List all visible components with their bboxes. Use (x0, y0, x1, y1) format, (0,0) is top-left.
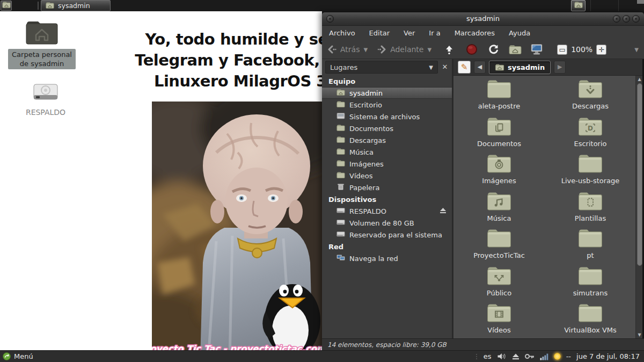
folder-item-virtualbox-vms[interactable]: VirtualBox VMs (545, 302, 636, 338)
close-button[interactable] (632, 15, 640, 23)
key-icon[interactable] (525, 353, 535, 359)
vertical-scrollbar[interactable]: ▲ ▼ (635, 76, 642, 338)
stop-icon (466, 44, 478, 55)
menu-archivo[interactable]: Archivo (329, 29, 355, 37)
sidebar-item-descargas[interactable]: Descargas (322, 134, 452, 146)
folder-item-plantillas[interactable]: Plantillas (545, 191, 636, 228)
sidebar-item-sysadmin[interactable]: sysadmin (322, 87, 452, 99)
folder-icon (487, 78, 511, 101)
path-scroll-right-button[interactable]: ▶ (554, 61, 566, 74)
folder-item-descargas[interactable]: Descargas (545, 78, 636, 116)
desktop-icon-label: RESPALDO (26, 108, 65, 117)
scroll-up-arrow-icon[interactable]: ▲ (636, 76, 643, 83)
home-folder-icon (25, 19, 58, 46)
desktop-icon-respaldo-drive[interactable]: RESPALDO (16, 81, 75, 117)
up-button[interactable] (444, 44, 454, 55)
folder-label: Documentos (477, 140, 521, 148)
stop-button[interactable] (466, 44, 478, 55)
folder-item-pt[interactable]: pt (545, 228, 636, 265)
folder-icon (574, 1, 583, 11)
folder-icon (487, 302, 511, 325)
folder-label: ProyectoTicTac (473, 251, 525, 259)
folder-icon (578, 302, 603, 325)
toolbar-overflow-button[interactable]: ▼ (634, 47, 639, 53)
folder-icon (578, 228, 603, 250)
sidebar-item-escritorio[interactable]: Escritorio (322, 99, 452, 111)
menu-ir-a[interactable]: Ir a (429, 29, 440, 37)
tray-drag-handle[interactable] (475, 354, 478, 359)
eject-icon[interactable] (512, 353, 519, 360)
wallpaper-meme-caption: Yo, todo humilde y ser Telegram y Facebo… (128, 29, 322, 92)
reload-button[interactable] (488, 44, 499, 55)
folder-item-simutrans[interactable]: simutrans (545, 265, 636, 303)
scrollbar-thumb[interactable] (637, 83, 642, 266)
folder-item-imágenes[interactable]: Imágenes (453, 153, 545, 191)
menu-editar[interactable]: Editar (369, 29, 390, 37)
clock[interactable]: jue 7 de jul, 08:17 (576, 352, 640, 360)
edit-location-button[interactable]: ✎ (458, 61, 471, 74)
network-icon (336, 254, 345, 263)
home-button[interactable] (509, 44, 522, 55)
window-list-button-sysadmin[interactable]: sysadmin (41, 0, 111, 11)
folder-item-proyectotictac[interactable]: ProyectoTicTac (453, 228, 545, 265)
eject-button[interactable] (440, 207, 447, 215)
network-signal-icon[interactable] (540, 353, 548, 360)
zoom-out-button[interactable]: ▭ (557, 45, 567, 55)
folder-icon (2, 1, 11, 11)
zoom-in-button[interactable]: ✛ (596, 45, 606, 55)
folder-item-vídeos[interactable]: Vídeos (453, 302, 545, 338)
sidebar-item-navega-la-red[interactable]: Navega la red (322, 252, 452, 264)
top-right-folder-button[interactable] (571, 0, 586, 11)
menu-ver[interactable]: Ver (404, 29, 415, 37)
scroll-down-arrow-icon[interactable]: ▼ (636, 331, 643, 338)
sidebar-item-documentos[interactable]: Documentos (322, 122, 452, 134)
desktop-icon-home-folder[interactable]: Carpeta personal de sysadmin (8, 19, 76, 69)
home-folder-icon (336, 88, 345, 98)
folder-grid: aleta-postre Descargas Documentos D Escr… (453, 76, 642, 338)
breadcrumb-sysadmin[interactable]: sysadmin (489, 61, 551, 74)
zoom-level: 100% (571, 45, 592, 54)
sidebar-item-papelera[interactable]: Papelera (322, 182, 452, 193)
computer-button[interactable] (530, 44, 543, 55)
home-folder-icon (495, 63, 504, 71)
window-titlebar[interactable]: sysadmin (322, 12, 644, 26)
top-left-folder-button[interactable] (1, 1, 12, 11)
sidebar-item-reservado-para-el-sistema[interactable]: Reservado para el sistema (322, 229, 452, 241)
path-scroll-left-button[interactable]: ◀ (474, 61, 486, 74)
minimize-button[interactable] (613, 15, 620, 23)
file-manager-window: sysadmin ArchivoEditarVerIr aMarcadoresA… (322, 11, 644, 350)
computer-icon (530, 44, 543, 55)
forward-button[interactable]: Adelante ▼ (377, 45, 431, 54)
svg-text:Proyecto Tic Tac - proyectotic: Proyecto Tic Tac - proyectotictac.com / … (152, 344, 322, 350)
sidebar-item-label: Sistema de archivos (349, 113, 420, 121)
sidebar-item-imágenes[interactable]: Imágenes (322, 158, 452, 170)
sidebar-item-vídeos[interactable]: Vídeos (322, 170, 452, 182)
keyboard-layout-indicator[interactable]: es (484, 352, 492, 360)
folder-item-live-usb-storage[interactable]: Live-usb-storage (545, 153, 636, 191)
desktop: Carpeta personal de sysadmin RESPALDO Yo… (0, 11, 322, 350)
folder-item-público[interactable]: Público (453, 265, 545, 303)
places-combo[interactable]: Lugares ▼ (325, 61, 438, 74)
folder-item-aleta-postre[interactable]: aleta-postre (453, 78, 545, 116)
folder-item-música[interactable]: Música (453, 191, 545, 228)
sidebar-item-volumen-de-80-gb[interactable]: Volumen de 80 GB (322, 217, 452, 229)
back-button[interactable]: Atrás ▼ (327, 45, 368, 54)
sidebar-item-respaldo[interactable]: RESPALDO (322, 205, 452, 217)
sidebar-close-button[interactable]: ✕ (440, 61, 450, 73)
folder-item-escritorio[interactable]: D Escritorio (545, 116, 636, 154)
maximize-button[interactable] (623, 15, 630, 23)
sidebar-item-música[interactable]: Música (322, 146, 452, 158)
menu-button[interactable]: Menú (0, 352, 33, 360)
sidebar-item-label: Música (349, 148, 374, 156)
volume-icon[interactable] (497, 352, 507, 360)
sidebar-item-sistema-de-archivos[interactable]: Sistema de archivos (322, 111, 452, 122)
sidebar-item-label: Imágenes (349, 160, 384, 168)
menu-ayuda[interactable]: Ayuda (509, 29, 530, 37)
chevron-down-icon: ▼ (429, 64, 433, 70)
folder-label: Música (487, 214, 511, 222)
sidebar-item-label: Volumen de 80 GB (349, 219, 414, 227)
sidebar-item-label: Navega la red (349, 255, 398, 263)
folder-item-documentos[interactable]: Documentos (453, 116, 545, 154)
menu-marcadores[interactable]: Marcadores (455, 29, 495, 37)
weather-sun-icon[interactable] (554, 353, 561, 360)
